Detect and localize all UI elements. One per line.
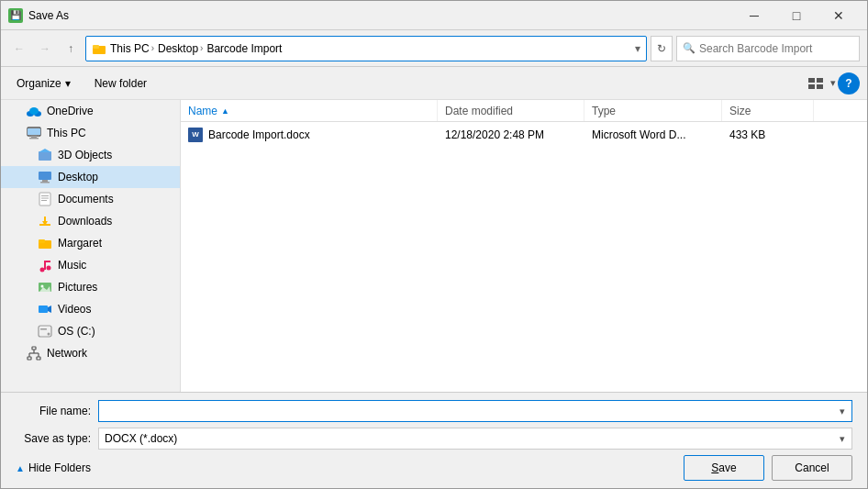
sidebar-item-network[interactable]: Network xyxy=(1,342,180,364)
col-header-type[interactable]: Type xyxy=(584,100,722,121)
sidebar-item-downloads[interactable]: Downloads xyxy=(1,210,180,232)
sidebar-label-onedrive: OneDrive xyxy=(47,105,94,117)
sidebar-item-desktop[interactable]: Desktop xyxy=(1,166,180,188)
network-icon xyxy=(27,346,41,361)
sort-arrow: ▲ xyxy=(221,106,229,116)
sidebar: OneDrive This PC 3D Objects xyxy=(1,100,181,392)
file-list-header: Name ▲ Date modified Type Size xyxy=(181,100,867,122)
sidebar-label-documents: Documents xyxy=(58,193,114,206)
path-chevron-2: › xyxy=(200,43,203,53)
saveastype-select[interactable]: DOCX (*.docx) DOC (*.doc) PDF (*.pdf) TX… xyxy=(98,428,852,450)
sidebar-item-documents[interactable]: Documents xyxy=(1,188,180,210)
sidebar-item-music[interactable]: Music xyxy=(1,254,180,276)
sidebar-item-this-pc[interactable]: This PC xyxy=(1,122,180,144)
action-row: ▲ Hide Folders Save Cancel xyxy=(16,455,852,481)
col-header-size[interactable]: Size xyxy=(722,100,814,121)
svg-rect-20 xyxy=(41,198,49,199)
svg-rect-34 xyxy=(39,306,48,313)
file-name-cell: W Barcode Import.docx xyxy=(181,128,438,142)
svg-rect-36 xyxy=(39,326,51,337)
svg-point-28 xyxy=(47,266,51,271)
app-icon: 💾 xyxy=(8,8,23,23)
svg-rect-3 xyxy=(817,78,823,83)
documents-icon xyxy=(38,192,52,206)
col-header-name[interactable]: Name ▲ xyxy=(181,100,438,121)
pictures-icon xyxy=(38,280,52,295)
svg-rect-12 xyxy=(29,138,39,139)
svg-point-8 xyxy=(29,107,39,115)
sidebar-item-onedrive[interactable]: OneDrive xyxy=(1,100,180,122)
search-icon: 🔍 xyxy=(683,42,696,54)
path-this-pc[interactable]: This PC › xyxy=(110,42,154,55)
svg-rect-1 xyxy=(93,45,99,49)
svg-point-38 xyxy=(48,333,50,336)
sidebar-item-margaret[interactable]: Margaret xyxy=(1,232,180,254)
main-area: OneDrive This PC 3D Objects xyxy=(1,100,867,392)
save-button[interactable]: Save xyxy=(684,455,764,481)
filename-input[interactable] xyxy=(98,400,852,422)
svg-rect-39 xyxy=(32,347,36,350)
path-chevron-1: › xyxy=(151,43,154,53)
path-dropdown-chevron[interactable]: ▾ xyxy=(635,42,640,55)
svg-rect-11 xyxy=(31,136,37,138)
sidebar-item-3d-objects[interactable]: 3D Objects xyxy=(1,144,180,166)
forward-button[interactable]: → xyxy=(34,38,56,60)
file-type-cell: Microsoft Word D... xyxy=(584,128,722,141)
svg-rect-30 xyxy=(44,261,50,262)
svg-rect-37 xyxy=(40,328,47,330)
svg-rect-15 xyxy=(39,172,51,180)
filename-input-wrapper xyxy=(98,400,852,422)
3d-objects-icon xyxy=(38,148,52,162)
organize-chevron: ▾ xyxy=(65,77,71,90)
up-button[interactable]: ↑ xyxy=(60,38,82,60)
sidebar-label-pictures: Pictures xyxy=(58,281,97,294)
margaret-icon xyxy=(38,236,52,250)
sidebar-item-videos[interactable]: Videos xyxy=(1,298,180,320)
save-as-dialog: 💾 Save As ─ □ ✕ ← → ↑ This PC › Desktop … xyxy=(0,0,868,489)
svg-rect-2 xyxy=(808,78,815,83)
sidebar-label-desktop: Desktop xyxy=(58,171,98,183)
dialog-buttons: Save Cancel xyxy=(684,455,852,481)
saveastype-select-wrapper: DOCX (*.docx) DOC (*.doc) PDF (*.pdf) TX… xyxy=(98,428,852,450)
search-box[interactable]: 🔍 xyxy=(676,36,860,61)
minimize-button[interactable]: ─ xyxy=(733,1,775,30)
help-button[interactable]: ? xyxy=(838,72,860,94)
path-desktop[interactable]: Desktop › xyxy=(158,42,203,55)
cancel-button[interactable]: Cancel xyxy=(772,455,852,481)
view-button[interactable] xyxy=(803,72,829,95)
table-row[interactable]: W Barcode Import.docx 12/18/2020 2:48 PM… xyxy=(181,122,867,148)
svg-rect-24 xyxy=(44,217,46,222)
file-list: Name ▲ Date modified Type Size W Barcode… xyxy=(181,100,867,392)
back-button[interactable]: ← xyxy=(8,38,30,60)
svg-rect-41 xyxy=(37,357,40,360)
saveastype-label: Save as type: xyxy=(16,432,98,445)
hide-folders-chevron: ▲ xyxy=(16,463,25,473)
svg-marker-35 xyxy=(48,306,51,313)
bottom-area: File name: Save as type: DOCX (*.docx) D… xyxy=(1,392,867,488)
onedrive-icon xyxy=(27,104,41,118)
hide-folders-button[interactable]: ▲ Hide Folders xyxy=(16,461,91,474)
address-path[interactable]: This PC › Desktop › Barcode Import ▾ xyxy=(85,36,647,61)
sidebar-item-os-c[interactable]: OS (C:) xyxy=(1,320,180,342)
sidebar-item-pictures[interactable]: Pictures xyxy=(1,276,180,298)
sidebar-label-videos: Videos xyxy=(58,303,91,316)
file-size-cell: 433 KB xyxy=(722,128,814,141)
organize-button[interactable]: Organize ▾ xyxy=(8,72,79,95)
sidebar-label-margaret: Margaret xyxy=(58,237,102,250)
col-header-date[interactable]: Date modified xyxy=(438,100,584,121)
path-barcode-import[interactable]: Barcode Import xyxy=(206,42,282,55)
title-bar: 💾 Save As ─ □ ✕ xyxy=(1,1,867,30)
maximize-button[interactable]: □ xyxy=(775,1,818,30)
search-input[interactable] xyxy=(699,42,853,55)
toolbar-views: ▾ ? xyxy=(803,72,860,95)
svg-rect-40 xyxy=(28,357,31,360)
refresh-button[interactable]: ↻ xyxy=(651,36,673,61)
sidebar-label-music: Music xyxy=(58,259,86,272)
sidebar-label-os-c: OS (C:) xyxy=(58,325,95,338)
svg-rect-4 xyxy=(808,84,815,89)
filename-row: File name: xyxy=(16,400,852,422)
new-folder-button[interactable]: New folder xyxy=(86,72,155,95)
close-button[interactable]: ✕ xyxy=(818,1,860,30)
address-bar: ← → ↑ This PC › Desktop › Barcode Import… xyxy=(1,30,867,67)
svg-rect-17 xyxy=(40,182,50,183)
